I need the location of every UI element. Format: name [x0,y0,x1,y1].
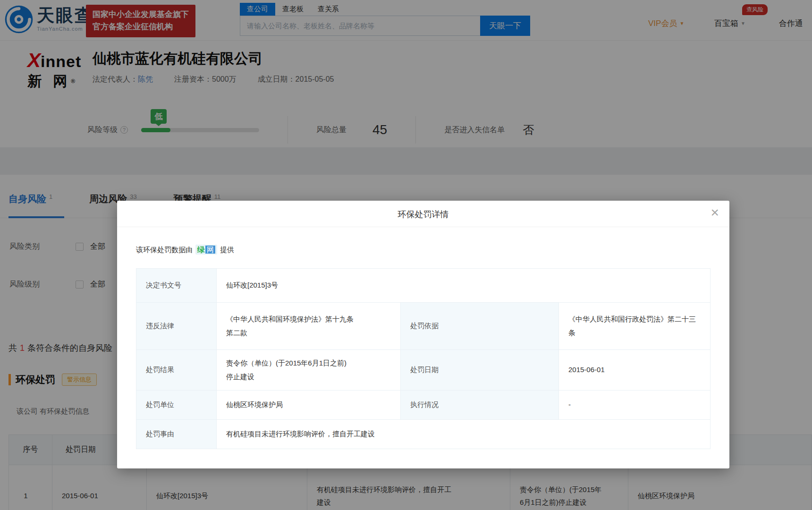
modal-title: 环保处罚详情 [117,201,729,228]
table-row: 违反法律 《中华人民共和国环境保护法》第十九条 第二款 处罚依据 《中华人民共和… [136,303,710,350]
table-row: 处罚结果 责令你（单位）(于2015年6月1日之前) 停止建设 处罚日期 201… [136,350,710,391]
table-row: 处罚事由 有机硅项目未进行环境影响评价，擅自开工建设 [136,420,710,449]
close-icon[interactable]: × [710,205,719,220]
table-row: 处罚单位 仙桃区环境保护局 执行情况 - [136,391,710,420]
penalty-detail-modal: 环保处罚详情 × 该环保处罚数据由绿网提供 决定书文号 仙环改[2015]3号 … [117,201,729,468]
penalty-detail-table: 决定书文号 仙环改[2015]3号 违反法律 《中华人民共和国环境保护法》第十九… [136,268,710,449]
lvwang-logo: 绿网 [195,245,217,255]
modal-source-note: 该环保处罚数据由绿网提供 [136,245,710,255]
table-row: 决定书文号 仙环改[2015]3号 [136,269,710,303]
page: 天眼查 TianYanCha.com 国家中小企业发展基金旗下 官方备案企业征信… [0,0,812,510]
